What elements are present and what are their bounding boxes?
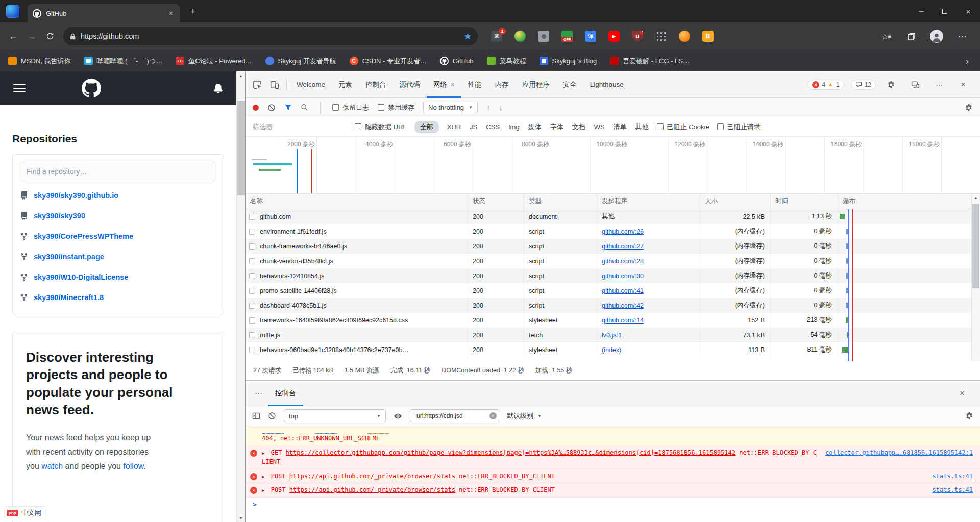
bookmarks-overflow-chevron[interactable]: › [966, 56, 972, 67]
hamburger-menu-icon[interactable] [13, 84, 26, 92]
filter-type-xhr[interactable]: XHR [447, 121, 461, 132]
tab-lighthouse[interactable]: Lighthouse [583, 71, 630, 98]
network-table-scrollbar[interactable]: ▲ [971, 194, 980, 361]
error-url-link[interactable]: https://collector.githubapp.com/github/p… [286, 449, 736, 456]
disable-cache-checkbox[interactable]: 禁用缓存 [378, 103, 414, 112]
extension-youtube-icon[interactable]: ▶ [608, 31, 620, 42]
repo-link[interactable]: sky390/sky390.github.io [34, 191, 118, 200]
error-url-link[interactable]: https://api.github.com/_private/browser/… [289, 473, 455, 480]
console-context-dropdown[interactable]: top▼ [284, 409, 386, 422]
drawer-more-tabs-icon[interactable]: ⋯ [250, 389, 268, 398]
checkbox[interactable] [332, 104, 339, 111]
filter-type-all[interactable]: 全部 [414, 121, 439, 133]
tab-console[interactable]: 控制台 [359, 71, 393, 98]
blocked-requests-checkbox[interactable]: 已阻止请求 [717, 122, 761, 132]
tab-network[interactable]: 网络× [427, 71, 461, 98]
bookmark-bilibili[interactable]: 哔哩哔哩 ( ゜- ゜)つ… [84, 57, 163, 66]
column-waterfall[interactable]: 瀑布 [838, 194, 972, 209]
bookmark-runoob[interactable]: 菜鸟教程 [487, 57, 526, 66]
new-tab-button[interactable]: + [186, 6, 200, 17]
bookmark-msdn[interactable]: MSDN, 我告诉你 [8, 57, 71, 66]
console-error-row[interactable]: × collector.githubapp….681856.1615895142… [246, 446, 980, 469]
initiator-link[interactable]: github.com/:28 [602, 258, 644, 265]
extension-orange-icon[interactable] [679, 31, 690, 42]
error-source-link[interactable]: stats.ts:41 [933, 471, 973, 481]
close-window-button[interactable]: × [957, 0, 980, 22]
column-name[interactable]: 名称 [246, 194, 468, 209]
export-har-icon[interactable]: ↓ [499, 103, 503, 112]
column-status[interactable]: 状态 [468, 194, 524, 209]
throttling-dropdown[interactable]: No throttling▼ [423, 102, 478, 113]
network-filter-input[interactable] [253, 123, 347, 131]
network-request-row[interactable]: chunk-frameworks-b47f6ae0.js 200 script … [246, 239, 972, 254]
extension-sphere-icon[interactable] [514, 31, 526, 42]
forward-button[interactable]: → [22, 27, 41, 45]
import-har-icon[interactable]: ↑ [486, 103, 491, 112]
network-settings-icon[interactable] [965, 104, 973, 112]
bookmark-csdn[interactable]: CCSDN - 专业开发者… [350, 57, 427, 66]
devtools-more-menu-icon[interactable]: ⋯ [930, 76, 948, 93]
refresh-button[interactable] [41, 27, 59, 45]
repo-link[interactable]: sky390/sky390 [34, 212, 85, 220]
initiator-link[interactable]: github.com/:42 [602, 302, 644, 309]
drawer-close-icon[interactable]: × [953, 385, 971, 402]
network-request-row[interactable]: chunk-vendor-d35b48cf.js 200 script gith… [246, 254, 972, 268]
browser-menu-icon[interactable]: ⋯ [955, 30, 969, 43]
tab-application[interactable]: 应用程序 [516, 71, 556, 98]
network-overview-timeline[interactable]: 2000 毫秒 4000 毫秒 6000 毫秒 8000 毫秒 10000 毫秒… [246, 137, 980, 194]
console-error-row[interactable]: × stats.ts:41 ▶ POST https://api.github.… [246, 469, 980, 484]
favorites-hub-icon[interactable]: ☆≡ [879, 30, 892, 43]
clear-console-icon[interactable] [268, 412, 276, 420]
initiator-link[interactable]: github.com/:30 [602, 272, 644, 280]
extension-translate-icon[interactable]: 译 [585, 31, 596, 42]
extension-mail-icon[interactable]: ✉1 [491, 31, 502, 42]
extension-capture-icon[interactable] [538, 31, 549, 42]
bookmark-52pojie[interactable]: 吾爱破解 - LCG - LS… [610, 57, 690, 66]
device-toolbar-icon[interactable] [266, 76, 283, 93]
filter-type-media[interactable]: 媒体 [528, 121, 542, 133]
filter-type-js[interactable]: JS [469, 121, 478, 132]
tab-network-close-icon[interactable]: × [451, 81, 455, 88]
tab-security[interactable]: 安全 [556, 71, 583, 98]
network-request-row[interactable]: behaviors-12410854.js 200 script github.… [246, 268, 972, 283]
network-request-row[interactable]: frameworks-1640f59f9fa862ecff09f69ec92c6… [246, 313, 972, 328]
column-size[interactable]: 大小 [700, 194, 771, 209]
tab-performance[interactable]: 性能 [461, 71, 488, 98]
maximize-button[interactable] [933, 0, 957, 22]
errors-warnings-badge[interactable]: × 4 ▲ 1 [807, 80, 844, 90]
console-warning-row[interactable]: ……………… ……………… ……………… 404, net::ERR_UNKNO… [246, 426, 980, 446]
error-source-link[interactable]: stats.ts:41 [933, 485, 973, 495]
network-request-row[interactable]: promo-satellite-14406f28.js 200 script g… [246, 283, 972, 298]
initiator-link[interactable]: github.com/:14 [602, 317, 644, 324]
extension-bilibili-icon[interactable]: B [702, 31, 714, 42]
repo-link[interactable]: sky390/instant.page [34, 253, 104, 261]
notifications-bell-icon[interactable] [213, 84, 223, 93]
inspect-element-icon[interactable] [249, 76, 266, 93]
network-search-icon[interactable] [301, 104, 308, 111]
filter-type-ws[interactable]: WS [594, 121, 605, 132]
checkbox[interactable] [378, 104, 384, 111]
bookmark-github[interactable]: GitHub [440, 57, 473, 65]
bookmark-fishc[interactable]: FC鱼C论坛 - Powered… [176, 57, 252, 66]
find-repository-input[interactable] [20, 162, 216, 181]
tab-sources[interactable]: 源代码 [393, 71, 427, 98]
repo-link[interactable]: sky390/Minecraft1.8 [34, 293, 104, 302]
expand-caret-icon[interactable]: ▶ [262, 488, 264, 493]
console-level-dropdown[interactable]: 默认级别▼ [507, 411, 542, 420]
page-scrollbar[interactable]: ▲ ▼ [236, 71, 245, 522]
follow-link[interactable]: follow [123, 462, 143, 470]
minimize-button[interactable]: ─ [910, 0, 933, 22]
repo-link[interactable]: sky390/W10-DigitalLicense [34, 273, 128, 281]
tab-close-icon[interactable]: × [167, 9, 175, 17]
column-type[interactable]: 类型 [524, 194, 597, 209]
console-sidebar-toggle-icon[interactable] [252, 412, 260, 420]
column-time[interactable]: 时间 [771, 194, 838, 209]
repo-link[interactable]: sky390/CorePressWPTheme [34, 232, 133, 240]
scrollbar-thumb[interactable] [972, 204, 979, 288]
initiator-link[interactable]: github.com/:27 [602, 243, 644, 250]
github-logo[interactable] [82, 79, 101, 98]
initiator-link[interactable]: (index) [602, 346, 621, 354]
checkbox[interactable] [355, 123, 361, 130]
extension-adblock-icon[interactable]: OFF [561, 31, 573, 42]
drawer-tab-console[interactable]: 控制台 [268, 381, 303, 406]
